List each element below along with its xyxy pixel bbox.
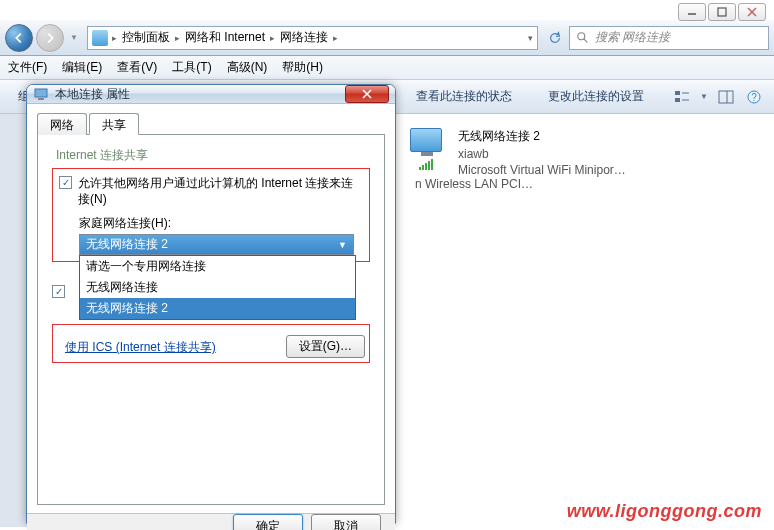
- view-mode-icon[interactable]: [672, 87, 692, 107]
- monitor-icon: [410, 128, 442, 152]
- menu-help[interactable]: 帮助(H): [282, 59, 323, 76]
- window-close-button[interactable]: [738, 3, 766, 21]
- tab-sharing[interactable]: 共享: [89, 113, 139, 135]
- breadcrumb-item[interactable]: 网络和 Internet: [182, 29, 268, 46]
- svg-rect-6: [675, 91, 680, 95]
- dropdown-hint: 请选一个专用网络连接: [80, 256, 355, 277]
- tab-networking[interactable]: 网络: [37, 113, 87, 135]
- allow-sharing-checkbox[interactable]: ✓: [59, 176, 72, 189]
- address-bar[interactable]: ▸ 控制面板 ▸ 网络和 Internet ▸ 网络连接 ▸ ▾: [87, 26, 538, 50]
- groupbox-title: Internet 连接共享: [52, 147, 370, 164]
- maximize-button[interactable]: [708, 3, 736, 21]
- adapter-ssid: xiawb: [458, 147, 626, 161]
- highlight-box-2: 使用 ICS (Internet 连接共享) 设置(G)…: [52, 324, 370, 363]
- explorer-toolbar: ▼ ▸ 控制面板 ▸ 网络和 Internet ▸ 网络连接 ▸ ▾ 搜索 网络…: [0, 20, 774, 56]
- chevron-right-icon: ▸: [112, 33, 117, 43]
- menu-edit[interactable]: 编辑(E): [62, 59, 102, 76]
- network-adapter-item[interactable]: 无线网络连接 2 xiawb Microsoft Virtual WiFi Mi…: [400, 124, 771, 181]
- home-network-label: 家庭网络连接(H):: [79, 215, 363, 232]
- breadcrumb-item[interactable]: 网络连接: [277, 29, 331, 46]
- menu-view[interactable]: 查看(V): [117, 59, 157, 76]
- watermark: www.ligonggong.com: [567, 501, 762, 522]
- nav-back-button[interactable]: [5, 24, 33, 52]
- highlight-box-1: ✓ 允许其他网络用户通过此计算机的 Internet 连接来连接(N) 家庭网络…: [52, 168, 370, 262]
- chevron-down-icon: ▼: [338, 240, 347, 250]
- dropdown-list: 请选一个专用网络连接 无线网络连接 无线网络连接 2: [79, 255, 356, 320]
- help-icon[interactable]: ?: [744, 87, 764, 107]
- cancel-button[interactable]: 取消: [311, 514, 381, 530]
- menu-bar: 文件(F) 编辑(E) 查看(V) 工具(T) 高级(N) 帮助(H): [0, 56, 774, 80]
- dropdown-option[interactable]: 无线网络连接: [80, 277, 355, 298]
- menu-advanced[interactable]: 高级(N): [227, 59, 268, 76]
- home-network-dropdown[interactable]: 无线网络连接 2 ▼ 请选一个专用网络连接 无线网络连接 无线网络连接 2: [79, 234, 354, 255]
- nav-history-dropdown[interactable]: ▼: [67, 33, 81, 42]
- sharing-panel: Internet 连接共享 ✓ 允许其他网络用户通过此计算机的 Internet…: [37, 135, 385, 505]
- minimize-button[interactable]: [678, 3, 706, 21]
- dropdown-selected-value: 无线网络连接 2: [86, 236, 168, 253]
- menu-file[interactable]: 文件(F): [8, 59, 47, 76]
- ics-link[interactable]: 使用 ICS (Internet 连接共享): [65, 339, 216, 356]
- chevron-down-icon[interactable]: ▼: [700, 92, 708, 101]
- svg-rect-10: [719, 91, 733, 103]
- view-status-button[interactable]: 查看此连接的状态: [408, 85, 520, 108]
- ok-button[interactable]: 确定: [233, 514, 303, 530]
- preview-pane-icon[interactable]: [716, 87, 736, 107]
- breadcrumb: ▸ 控制面板 ▸ 网络和 Internet ▸ 网络连接 ▸: [112, 29, 524, 46]
- ics-settings-button[interactable]: 设置(G)…: [286, 335, 365, 358]
- svg-rect-15: [38, 98, 44, 100]
- breadcrumb-item[interactable]: 控制面板: [119, 29, 173, 46]
- search-icon: [576, 31, 590, 45]
- chevron-right-icon: ▸: [270, 33, 275, 43]
- chevron-right-icon: ▸: [333, 33, 338, 43]
- allow-sharing-label: 允许其他网络用户通过此计算机的 Internet 连接来连接(N): [78, 175, 363, 207]
- nav-forward-button[interactable]: [36, 24, 64, 52]
- dialog-footer: 确定 取消: [27, 513, 395, 530]
- dropdown-option-selected[interactable]: 无线网络连接 2: [80, 298, 355, 319]
- tab-strip: 网络 共享: [37, 112, 385, 135]
- svg-line-5: [584, 38, 588, 42]
- network-icon: [33, 86, 49, 102]
- svg-point-4: [578, 32, 585, 39]
- chevron-right-icon: ▸: [175, 33, 180, 43]
- allow-control-checkbox[interactable]: ✓: [52, 285, 65, 298]
- svg-rect-7: [675, 98, 680, 102]
- dialog-titlebar[interactable]: 本地连接 属性: [27, 85, 395, 104]
- svg-text:?: ?: [751, 92, 757, 103]
- location-icon: [92, 30, 108, 46]
- search-input[interactable]: 搜索 网络连接: [569, 26, 769, 50]
- dialog-close-button[interactable]: [345, 85, 389, 103]
- dialog-title: 本地连接 属性: [55, 86, 339, 103]
- svg-rect-1: [718, 8, 726, 16]
- adapter-name: 无线网络连接 2: [458, 128, 626, 145]
- refresh-button[interactable]: [544, 27, 566, 49]
- search-placeholder: 搜索 网络连接: [595, 29, 670, 46]
- address-dropdown-icon[interactable]: ▾: [528, 33, 533, 43]
- partial-adapter-text: n Wireless LAN PCI…: [415, 174, 533, 194]
- properties-dialog: 本地连接 属性 网络 共享 Internet 连接共享 ✓ 允许其他网络用户通过…: [26, 84, 396, 524]
- signal-icon: [419, 158, 433, 170]
- menu-tools[interactable]: 工具(T): [172, 59, 211, 76]
- svg-rect-14: [35, 89, 47, 97]
- change-settings-button[interactable]: 更改此连接的设置: [540, 85, 652, 108]
